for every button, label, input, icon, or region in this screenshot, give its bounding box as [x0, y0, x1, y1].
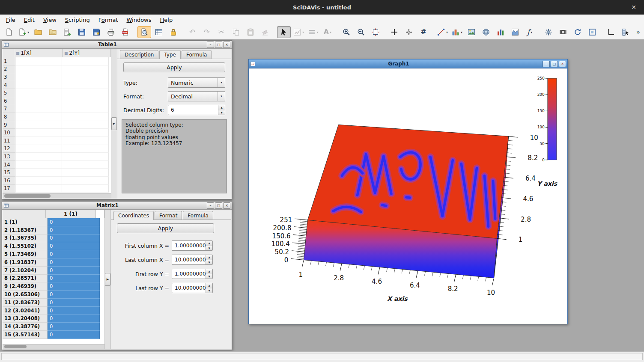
table-cell[interactable]	[62, 73, 109, 81]
spin-down-button[interactable]: ▼	[218, 110, 225, 115]
row-header[interactable]: 7	[3, 105, 15, 113]
menu-edit[interactable]: Edit	[20, 16, 39, 24]
spin-up-button[interactable]: ▲	[206, 255, 212, 260]
row-header[interactable]: 14	[3, 161, 15, 169]
matrix-row-header[interactable]: 4 (1.55102)	[3, 242, 48, 250]
toolbar-project-explorer-button[interactable]	[137, 26, 151, 38]
matrix-row-header[interactable]: 1 (1)	[3, 218, 48, 226]
table1-window[interactable]: Table1 – □ × ▦1[X]▦2[Y] 1234567891011121…	[2, 40, 232, 199]
app-titlebar[interactable]: SciDAVis - untitled ✕	[0, 0, 644, 15]
toolbar-pointer-button[interactable]	[277, 26, 291, 38]
matrix-row-header[interactable]: 6 (1.91837)	[3, 258, 48, 267]
matrix-row-header[interactable]: 11 (2.83673)	[3, 299, 48, 307]
table-cell[interactable]	[15, 57, 62, 65]
toolbar-import-ascii-button[interactable]	[60, 26, 74, 38]
table1-tab-type[interactable]: Type	[159, 50, 181, 59]
row-header[interactable]: 16	[3, 177, 15, 185]
spin-up-button[interactable]: ▲	[206, 241, 212, 246]
table1-panel-toggle-button[interactable]: ▶	[111, 117, 117, 130]
matrix-row-header[interactable]: 9 (2.46939)	[3, 282, 48, 291]
table-cell[interactable]	[15, 161, 62, 169]
matrix-row-header[interactable]: 7 (2.10204)	[3, 267, 48, 275]
table-cell[interactable]	[62, 113, 109, 121]
matrix-cell[interactable]: 0	[48, 315, 100, 323]
3d-line-style-dropdown-arrow[interactable]: ▾	[446, 30, 448, 34]
row-header[interactable]: 13	[3, 153, 15, 161]
table-cell[interactable]	[15, 137, 62, 145]
field-spinner-2[interactable]: 1.00000000▲▼	[172, 269, 213, 279]
spin-down-button[interactable]: ▼	[206, 260, 212, 265]
matrix-cell[interactable]: 0	[48, 291, 100, 299]
table-cell[interactable]	[15, 105, 62, 113]
table-cell[interactable]	[15, 177, 62, 185]
select-data-range-dropdown-arrow[interactable]: ▾	[302, 30, 304, 34]
matrix-cell[interactable]: 0	[48, 226, 100, 234]
toolbar-3d-bars-button[interactable]	[494, 26, 507, 38]
matrix-row-header[interactable]: 15 (3.57143)	[3, 331, 48, 339]
matrix1-minimize-button[interactable]: –	[207, 202, 214, 209]
matrix1-window[interactable]: Matrix1 – □ × 1 (1) 1 (1)02 (1.18367)03 …	[2, 201, 232, 350]
toolbar-reset-rotation-button[interactable]	[571, 26, 584, 38]
spin-up-button[interactable]: ▲	[206, 283, 212, 288]
table-cell[interactable]	[15, 169, 62, 177]
column-header[interactable]: ▦2[Y]	[63, 49, 111, 57]
matrix1-tab-coordinates[interactable]: Coordinates	[113, 211, 154, 220]
apply-button[interactable]: Apply	[117, 223, 214, 233]
row-header[interactable]: 5	[3, 89, 15, 97]
table-cell[interactable]	[15, 97, 62, 105]
table-cell[interactable]	[62, 185, 109, 193]
toolbar-overflow-button[interactable]: »	[633, 29, 644, 36]
table-cell[interactable]	[62, 97, 109, 105]
format-combobox[interactable]: Decimal ▾	[168, 91, 225, 101]
column-header[interactable]: ▦1[X]	[14, 49, 63, 57]
field-spinner-0[interactable]: 1.00000000▲▼	[172, 240, 213, 251]
toolbar-cut-button[interactable]: ✂	[215, 26, 228, 38]
spin-down-button[interactable]: ▼	[206, 288, 212, 293]
toolbar-delete-selection-button[interactable]	[258, 26, 272, 38]
3d-bar-style-dropdown-arrow[interactable]: ▾	[461, 30, 462, 34]
matrix1-close-button[interactable]: ×	[223, 202, 230, 209]
menu-help[interactable]: Help	[156, 16, 177, 24]
table1-minimize-button[interactable]: –	[207, 42, 214, 48]
apply-button[interactable]: Apply	[123, 62, 225, 72]
field-spinner-1[interactable]: 10.0000000▲▼	[172, 255, 213, 265]
table-cell[interactable]	[62, 145, 109, 153]
row-header[interactable]: 6	[3, 97, 15, 105]
scrollbar-thumb[interactable]	[4, 345, 27, 348]
menu-view[interactable]: View	[39, 16, 61, 24]
toolbar-3d-floor-grid-button[interactable]: #	[417, 26, 430, 38]
toolbar-zoom-out-button[interactable]	[354, 26, 368, 38]
table-cell[interactable]	[15, 121, 62, 129]
table-cell[interactable]	[62, 81, 109, 89]
matrix-cell[interactable]: 0	[48, 218, 100, 226]
spin-up-button[interactable]: ▲	[206, 269, 212, 274]
table-cell[interactable]	[15, 153, 62, 161]
toolbar-copy-button[interactable]	[229, 26, 243, 38]
toolbar-plugins-button[interactable]	[542, 26, 555, 38]
toolbar-3d-bar-style-button[interactable]: ▾	[450, 26, 464, 38]
table-cell[interactable]	[62, 169, 109, 177]
row-header[interactable]: 11	[3, 137, 15, 145]
table-cell[interactable]	[15, 65, 62, 74]
toolbar-3d-crosshairs-button[interactable]	[388, 26, 401, 38]
toolbar-3d-line-style-button[interactable]: ▾	[435, 26, 449, 38]
matrix-row-header[interactable]: 10 (2.65306)	[3, 291, 48, 299]
matrix-cell[interactable]: 0	[48, 242, 100, 250]
matrix-cell[interactable]: 0	[48, 275, 100, 283]
spin-down-button[interactable]: ▼	[206, 246, 212, 251]
toolbar-new-project-button[interactable]	[2, 26, 16, 38]
row-header[interactable]: 10	[3, 129, 15, 137]
matrix-row-header[interactable]: 3 (1.36735)	[3, 234, 48, 243]
matrix1-tab-formula[interactable]: Formula	[183, 211, 213, 220]
toolbar-zoom-in-button[interactable]	[340, 26, 353, 38]
matrix1-titlebar[interactable]: Matrix1 – □ ×	[2, 202, 232, 210]
row-header[interactable]: 15	[3, 169, 15, 177]
table1-tab-description[interactable]: Description	[120, 50, 158, 59]
toolbar-fit-frame-button[interactable]	[585, 26, 599, 38]
add-function-dropdown-arrow[interactable]: ▾	[531, 30, 532, 34]
toolbar-paste-button[interactable]	[244, 26, 257, 38]
row-header[interactable]: 12	[3, 145, 15, 153]
toolbar-line-tools-button[interactable]: ▾	[306, 26, 320, 38]
table-cell[interactable]	[62, 89, 109, 97]
matrix-row-header[interactable]: 8 (2.28571)	[3, 275, 48, 283]
